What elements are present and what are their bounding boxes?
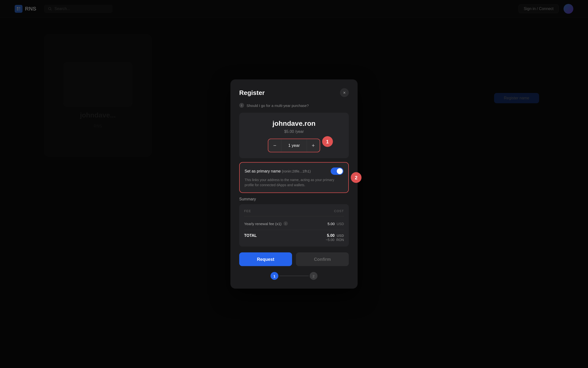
cost-header: COST	[334, 209, 344, 213]
modal-title: Register	[239, 89, 265, 96]
stepper-value: 1 year	[281, 139, 307, 152]
name-area-wrapper: johndave.ron $5.00 /year − 1 year + 1	[239, 113, 349, 158]
modal-header: Register ×	[239, 88, 349, 97]
action-buttons: Request Confirm	[239, 253, 349, 266]
renewal-value: 5.00 USD	[328, 221, 344, 226]
total-usd: 5.00 USD	[326, 233, 344, 238]
primary-description: This links your address to the name, act…	[245, 177, 343, 188]
info-icon: i	[239, 103, 244, 108]
summary-row-renewal: Yearly renewal fee (x1) i 5.00 USD	[244, 220, 344, 227]
primary-name-section: Set as primary name (ronin:28fe...1fh1) …	[239, 162, 349, 193]
request-button[interactable]: Request	[239, 253, 292, 266]
progress-step-2: 2	[310, 272, 317, 280]
increment-button[interactable]: +	[307, 139, 320, 152]
domain-name: johndave.ron	[245, 120, 343, 127]
renewal-info-icon: i	[283, 221, 288, 226]
step-badge-2: 2	[351, 172, 362, 183]
summary-table: FEE COST Yearly renewal fee (x1) i 5.00 …	[239, 204, 349, 247]
toggle-knob	[337, 168, 343, 174]
total-ron: ~5.00 RON	[326, 238, 344, 242]
primary-address: (ronin:28fe...1fh1)	[282, 169, 311, 173]
primary-wrapper: Set as primary name (ronin:28fe...1fh1) …	[239, 162, 349, 193]
domain-price: $5.00 /year	[245, 129, 343, 134]
progress-step-1: 1	[271, 272, 278, 280]
register-modal: Register × i Should I go for a multi-yea…	[230, 80, 358, 289]
primary-label-group: Set as primary name (ronin:28fe...1fh1)	[245, 169, 311, 173]
info-row: i Should I go for a multi-year purchase?	[239, 103, 349, 108]
info-text: Should I go for a multi-year purchase?	[247, 103, 309, 107]
primary-row: Set as primary name (ronin:28fe...1fh1)	[245, 168, 343, 175]
summary-title: Summary	[239, 197, 349, 201]
confirm-button[interactable]: Confirm	[296, 253, 349, 266]
name-area: johndave.ron $5.00 /year − 1 year + 1	[239, 113, 349, 158]
total-values: 5.00 USD ~5.00 RON	[326, 233, 344, 242]
stepper-container: − 1 year + 1	[268, 139, 320, 152]
summary-total-row: TOTAL 5.00 USD ~5.00 RON	[244, 230, 344, 242]
total-label: TOTAL	[244, 233, 257, 238]
year-stepper: − 1 year +	[268, 139, 320, 152]
summary-section: Summary FEE COST Yearly renewal fee (x1)…	[239, 197, 349, 247]
primary-toggle[interactable]	[331, 168, 343, 175]
primary-name-label: Set as primary name	[245, 169, 281, 173]
step-badge-1: 1	[322, 136, 333, 147]
step-line	[279, 276, 309, 276]
renewal-label: Yearly renewal fee (x1) i	[244, 221, 288, 226]
decrement-button[interactable]: −	[268, 139, 281, 152]
progress-steps: 1 2	[239, 272, 349, 280]
summary-header: FEE COST	[244, 209, 344, 217]
fee-header: FEE	[244, 209, 251, 213]
modal-close-button[interactable]: ×	[340, 88, 349, 97]
